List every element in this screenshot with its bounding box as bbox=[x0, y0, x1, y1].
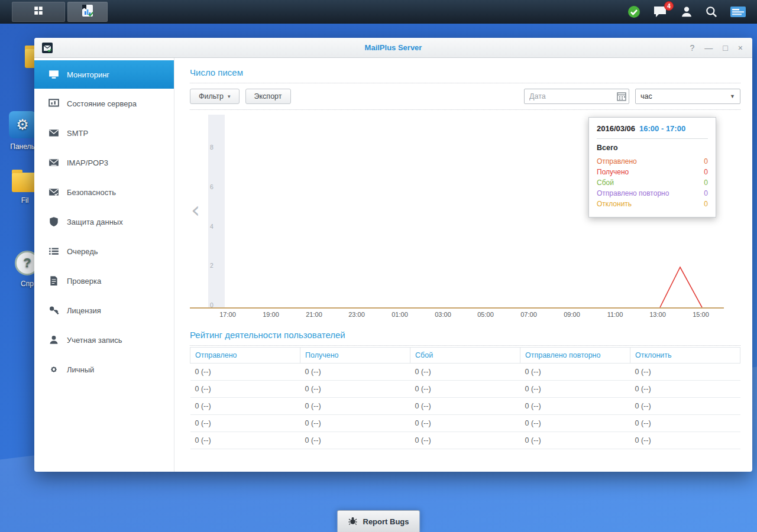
column-header: Получено bbox=[300, 348, 410, 364]
column-header: Отправлено повторно bbox=[520, 348, 630, 364]
sidebar-item-label: Проверка bbox=[67, 277, 101, 286]
sidebar-item-imap-pop3[interactable]: IMAP/POP3 bbox=[34, 148, 174, 177]
chevron-down-icon: ▼ bbox=[730, 93, 735, 99]
smtp-icon bbox=[48, 128, 59, 138]
main-content: Число писем Фильтр ▾ Экспорт час bbox=[174, 58, 752, 472]
taskbar: 4 bbox=[0, 0, 757, 24]
close-button[interactable]: × bbox=[738, 44, 743, 52]
maximize-button[interactable]: □ bbox=[723, 44, 727, 52]
x-tick: 15:00 bbox=[693, 311, 709, 318]
x-tick: 07:00 bbox=[520, 311, 537, 318]
x-tick: 01:00 bbox=[392, 311, 408, 318]
sidebar-item-label: SMTP bbox=[67, 129, 88, 138]
user-menu-button[interactable] bbox=[680, 5, 693, 18]
caret-down-icon: ▾ bbox=[228, 93, 231, 99]
mailplus-taskbar-button[interactable] bbox=[67, 2, 108, 22]
filter-button[interactable]: Фильтр ▾ bbox=[190, 89, 240, 104]
column-header: Сбой bbox=[410, 348, 520, 364]
report-bugs-label: Report Bugs bbox=[363, 517, 409, 526]
sidebar-item-license[interactable]: Лицензия bbox=[34, 296, 174, 325]
system-health-button[interactable] bbox=[627, 5, 641, 19]
user-account-icon bbox=[48, 335, 59, 345]
notifications-button[interactable]: 4 bbox=[653, 5, 668, 18]
sidebar-item-security[interactable]: Безопасность bbox=[34, 177, 174, 207]
tooltip-row: Отклонить0 bbox=[597, 199, 708, 209]
x-tick: 11:00 bbox=[607, 311, 623, 318]
table-row: 0 (--)0 (--)0 (--)0 (--)0 (--) bbox=[190, 432, 740, 449]
sidebar-item-label: Лицензия bbox=[67, 306, 101, 315]
sidebar-item-label: Учетная запись bbox=[67, 336, 122, 345]
filter-button-label: Фильтр bbox=[199, 92, 224, 100]
sidebar-item-smtp[interactable]: SMTP bbox=[34, 118, 174, 148]
sidebar-item-queue[interactable]: Очередь bbox=[34, 236, 174, 266]
table-row: 0 (--)0 (--)0 (--)0 (--)0 (--) bbox=[190, 415, 740, 432]
tooltip-date: 2016/03/06 bbox=[597, 124, 635, 133]
sidebar: Мониторинг Состояние сервера SMTP IMAP/P… bbox=[34, 58, 174, 472]
audit-document-icon bbox=[48, 275, 59, 286]
window-title: MailPlus Server bbox=[34, 43, 752, 52]
chart-x-labels: 17:00 19:00 21:00 23:00 01:00 03:00 05:0… bbox=[190, 309, 740, 322]
x-tick: 09:00 bbox=[564, 311, 580, 318]
sidebar-item-label: IMAP/POP3 bbox=[67, 158, 108, 167]
pilot-view-button[interactable] bbox=[730, 5, 746, 18]
shield-icon bbox=[48, 216, 59, 227]
notification-badge: 4 bbox=[664, 1, 674, 11]
license-key-icon bbox=[48, 305, 59, 316]
table-row: 0 (--)0 (--)0 (--)0 (--)0 (--) bbox=[190, 398, 740, 415]
gear-icon bbox=[48, 364, 59, 375]
mailplus-server-window: MailPlus Server ? — □ × Мониторинг Состо… bbox=[34, 38, 752, 472]
server-status-icon bbox=[48, 98, 59, 109]
divider bbox=[597, 138, 708, 139]
mail-count-title: Число писем bbox=[190, 67, 740, 77]
x-tick: 13:00 bbox=[649, 311, 666, 318]
divider bbox=[190, 345, 740, 346]
sidebar-item-label: Личный bbox=[67, 365, 94, 374]
x-tick: 19:00 bbox=[263, 311, 279, 318]
x-tick: 03:00 bbox=[435, 311, 451, 318]
window-titlebar[interactable]: MailPlus Server ? — □ × bbox=[34, 38, 752, 58]
table-header-row: Отправлено Получено Сбой Отправлено повт… bbox=[190, 348, 740, 364]
sidebar-item-monitoring[interactable]: Мониторинг bbox=[34, 60, 174, 89]
sidebar-item-account[interactable]: Учетная запись bbox=[34, 325, 174, 355]
tooltip-row: Получено0 bbox=[597, 167, 708, 177]
column-header: Отклонить bbox=[630, 348, 740, 364]
tooltip-row: Отправлено0 bbox=[597, 156, 708, 167]
sidebar-item-label: Состояние сервера bbox=[67, 99, 137, 108]
x-tick: 17:00 bbox=[219, 311, 236, 318]
date-input[interactable] bbox=[524, 89, 629, 104]
x-tick: 23:00 bbox=[348, 311, 365, 318]
bug-icon bbox=[348, 516, 358, 527]
user-activity-title: Рейтинг деятельности пользователей bbox=[190, 330, 740, 340]
mail-security-icon bbox=[48, 187, 59, 197]
desktop-icon-label: Спр bbox=[21, 280, 34, 288]
user-activity-table: Отправлено Получено Сбой Отправлено повт… bbox=[190, 347, 740, 449]
export-button[interactable]: Экспорт bbox=[245, 89, 291, 104]
report-bugs-button[interactable]: Report Bugs bbox=[337, 510, 420, 532]
mailplus-app-icon bbox=[80, 4, 95, 20]
tooltip-time-range: 16:00 - 17:00 bbox=[639, 124, 685, 133]
apps-grid-icon bbox=[33, 5, 44, 18]
main-menu-button[interactable] bbox=[12, 2, 65, 22]
table-row: 0 (--)0 (--)0 (--)0 (--)0 (--) bbox=[190, 381, 740, 398]
table-row: 0 (--)0 (--)0 (--)0 (--)0 (--) bbox=[190, 364, 740, 381]
x-tick: 05:00 bbox=[477, 311, 494, 318]
desktop-icon-label: Fil bbox=[21, 196, 29, 205]
sidebar-item-label: Защита данных bbox=[67, 218, 123, 226]
x-tick: 21:00 bbox=[306, 311, 322, 318]
imap-pop3-icon bbox=[48, 157, 59, 168]
minimize-button[interactable]: — bbox=[704, 44, 713, 52]
sidebar-item-audit[interactable]: Проверка bbox=[34, 266, 174, 296]
interval-select-value: час bbox=[640, 92, 652, 100]
interval-select[interactable]: час ▼ bbox=[635, 89, 740, 104]
tooltip-total-label: Всего bbox=[597, 144, 708, 152]
sidebar-item-personal[interactable]: Личный bbox=[34, 355, 174, 384]
divider bbox=[190, 109, 740, 110]
sidebar-item-data-protection[interactable]: Защита данных bbox=[34, 207, 174, 236]
search-button[interactable] bbox=[705, 5, 718, 18]
calendar-icon[interactable] bbox=[617, 92, 626, 101]
sidebar-item-label: Очередь bbox=[67, 247, 98, 256]
sidebar-item-server-status[interactable]: Состояние сервера bbox=[34, 89, 174, 118]
column-header: Отправлено bbox=[190, 348, 300, 364]
help-button[interactable]: ? bbox=[690, 44, 695, 52]
sidebar-item-label: Безопасность bbox=[67, 188, 116, 197]
